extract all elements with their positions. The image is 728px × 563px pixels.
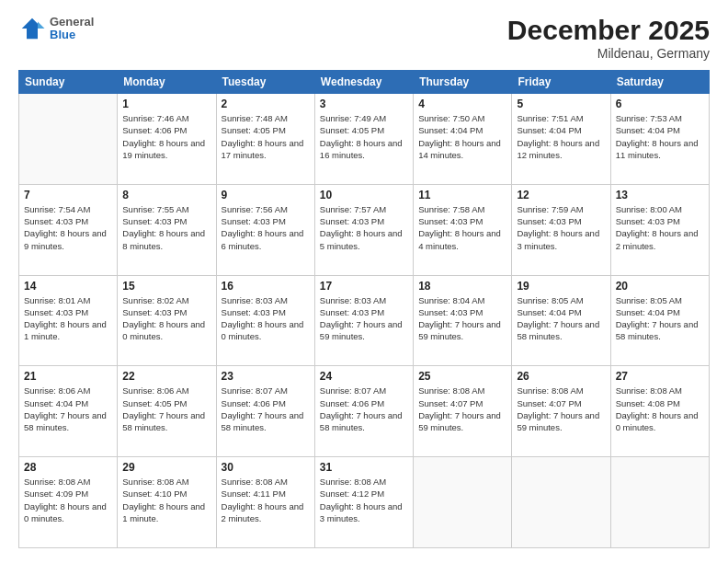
day-number: 28 (24, 461, 112, 474)
calendar-cell: 21Sunrise: 8:06 AM Sunset: 4:04 PM Dayli… (19, 366, 118, 457)
col-header-tuesday: Tuesday (216, 71, 314, 94)
day-info: Sunrise: 8:05 AM Sunset: 4:04 PM Dayligh… (517, 294, 605, 343)
day-info: Sunrise: 7:55 AM Sunset: 4:03 PM Dayligh… (122, 203, 210, 252)
day-number: 21 (24, 370, 112, 383)
calendar-cell: 6Sunrise: 7:53 AM Sunset: 4:04 PM Daylig… (610, 94, 709, 185)
col-header-sunday: Sunday (19, 71, 118, 94)
calendar-table: SundayMondayTuesdayWednesdayThursdayFrid… (18, 70, 710, 548)
day-number: 25 (418, 370, 506, 383)
col-header-friday: Friday (512, 71, 610, 94)
svg-marker-1 (38, 22, 45, 29)
calendar-cell: 17Sunrise: 8:03 AM Sunset: 4:03 PM Dayli… (314, 275, 413, 366)
day-number: 13 (616, 189, 704, 201)
day-info: Sunrise: 8:07 AM Sunset: 4:06 PM Dayligh… (222, 385, 310, 433)
calendar-cell: 31Sunrise: 8:08 AM Sunset: 4:12 PM Dayli… (314, 457, 413, 548)
calendar-cell: 24Sunrise: 8:07 AM Sunset: 4:06 PM Dayli… (314, 366, 413, 457)
logo-blue: Blue (50, 29, 94, 41)
month-title: December 2025 (507, 15, 710, 46)
day-info: Sunrise: 8:08 AM Sunset: 4:12 PM Dayligh… (320, 476, 408, 524)
calendar-cell: 4Sunrise: 7:50 AM Sunset: 4:04 PM Daylig… (414, 94, 512, 185)
day-info: Sunrise: 7:46 AM Sunset: 4:06 PM Dayligh… (122, 112, 210, 161)
page: General Blue December 2025 Mildenau, Ger… (0, 0, 728, 563)
day-number: 30 (222, 461, 310, 474)
calendar-cell: 23Sunrise: 8:07 AM Sunset: 4:06 PM Dayli… (216, 366, 314, 457)
calendar-cell: 7Sunrise: 7:54 AM Sunset: 4:03 PM Daylig… (19, 184, 118, 275)
day-number: 6 (616, 98, 704, 110)
calendar-cell: 25Sunrise: 8:08 AM Sunset: 4:07 PM Dayli… (414, 366, 512, 457)
day-info: Sunrise: 7:49 AM Sunset: 4:05 PM Dayligh… (320, 112, 408, 161)
week-row-2: 14Sunrise: 8:01 AM Sunset: 4:03 PM Dayli… (19, 275, 710, 366)
day-number: 16 (222, 280, 310, 293)
day-number: 14 (24, 280, 112, 293)
location: Mildenau, Germany (507, 46, 710, 61)
col-header-thursday: Thursday (414, 71, 512, 94)
calendar-cell: 8Sunrise: 7:55 AM Sunset: 4:03 PM Daylig… (118, 184, 216, 275)
day-number: 20 (616, 280, 704, 293)
day-number: 22 (122, 370, 210, 383)
day-number: 9 (222, 189, 310, 201)
day-number: 12 (517, 189, 605, 201)
calendar-cell: 12Sunrise: 7:59 AM Sunset: 4:03 PM Dayli… (512, 184, 610, 275)
week-row-1: 7Sunrise: 7:54 AM Sunset: 4:03 PM Daylig… (19, 184, 710, 275)
calendar-cell: 29Sunrise: 8:08 AM Sunset: 4:10 PM Dayli… (118, 457, 216, 548)
day-number: 27 (616, 370, 704, 383)
col-header-saturday: Saturday (610, 71, 709, 94)
day-number: 1 (122, 98, 210, 110)
day-info: Sunrise: 8:08 AM Sunset: 4:10 PM Dayligh… (122, 476, 210, 524)
calendar-cell: 22Sunrise: 8:06 AM Sunset: 4:05 PM Dayli… (118, 366, 216, 457)
day-info: Sunrise: 8:07 AM Sunset: 4:06 PM Dayligh… (320, 385, 408, 433)
logo: General Blue (18, 15, 94, 42)
calendar-cell: 5Sunrise: 7:51 AM Sunset: 4:04 PM Daylig… (512, 94, 610, 185)
day-info: Sunrise: 8:05 AM Sunset: 4:04 PM Dayligh… (616, 294, 704, 343)
calendar-cell: 1Sunrise: 7:46 AM Sunset: 4:06 PM Daylig… (118, 94, 216, 185)
calendar-cell: 26Sunrise: 8:08 AM Sunset: 4:07 PM Dayli… (512, 366, 610, 457)
day-number: 10 (320, 189, 408, 201)
logo-general: General (50, 16, 94, 29)
day-info: Sunrise: 7:50 AM Sunset: 4:04 PM Dayligh… (418, 112, 506, 161)
day-info: Sunrise: 8:04 AM Sunset: 4:03 PM Dayligh… (418, 294, 506, 343)
day-number: 2 (222, 98, 310, 110)
day-info: Sunrise: 7:53 AM Sunset: 4:04 PM Dayligh… (616, 112, 704, 161)
day-number: 8 (122, 189, 210, 201)
day-info: Sunrise: 8:03 AM Sunset: 4:03 PM Dayligh… (222, 294, 310, 343)
calendar-cell: 20Sunrise: 8:05 AM Sunset: 4:04 PM Dayli… (610, 275, 709, 366)
day-info: Sunrise: 7:54 AM Sunset: 4:03 PM Dayligh… (24, 203, 112, 252)
day-number: 19 (517, 280, 605, 293)
logo-icon (18, 15, 46, 42)
day-number: 5 (517, 98, 605, 110)
calendar-cell (414, 457, 512, 548)
calendar-cell: 27Sunrise: 8:08 AM Sunset: 4:08 PM Dayli… (610, 366, 709, 457)
day-info: Sunrise: 8:08 AM Sunset: 4:07 PM Dayligh… (517, 385, 605, 433)
day-number: 15 (122, 280, 210, 293)
calendar-cell: 3Sunrise: 7:49 AM Sunset: 4:05 PM Daylig… (314, 94, 413, 185)
day-info: Sunrise: 8:06 AM Sunset: 4:04 PM Dayligh… (24, 385, 112, 433)
day-number: 4 (418, 98, 506, 110)
day-info: Sunrise: 7:59 AM Sunset: 4:03 PM Dayligh… (517, 203, 605, 252)
day-info: Sunrise: 8:06 AM Sunset: 4:05 PM Dayligh… (122, 385, 210, 433)
calendar-cell: 16Sunrise: 8:03 AM Sunset: 4:03 PM Dayli… (216, 275, 314, 366)
calendar-cell (512, 457, 610, 548)
calendar-cell: 14Sunrise: 8:01 AM Sunset: 4:03 PM Dayli… (19, 275, 118, 366)
day-info: Sunrise: 8:08 AM Sunset: 4:08 PM Dayligh… (616, 385, 704, 433)
title-block: December 2025 Mildenau, Germany (507, 15, 710, 61)
calendar-cell: 28Sunrise: 8:08 AM Sunset: 4:09 PM Dayli… (19, 457, 118, 548)
calendar-cell: 10Sunrise: 7:57 AM Sunset: 4:03 PM Dayli… (314, 184, 413, 275)
day-info: Sunrise: 8:00 AM Sunset: 4:03 PM Dayligh… (616, 203, 704, 252)
day-info: Sunrise: 8:03 AM Sunset: 4:03 PM Dayligh… (320, 294, 408, 343)
day-number: 3 (320, 98, 408, 110)
week-row-4: 28Sunrise: 8:08 AM Sunset: 4:09 PM Dayli… (19, 457, 710, 548)
day-info: Sunrise: 7:51 AM Sunset: 4:04 PM Dayligh… (517, 112, 605, 161)
col-header-monday: Monday (118, 71, 216, 94)
day-info: Sunrise: 7:57 AM Sunset: 4:03 PM Dayligh… (320, 203, 408, 252)
calendar-cell: 30Sunrise: 8:08 AM Sunset: 4:11 PM Dayli… (216, 457, 314, 548)
day-number: 11 (418, 189, 506, 201)
calendar-cell: 9Sunrise: 7:56 AM Sunset: 4:03 PM Daylig… (216, 184, 314, 275)
day-info: Sunrise: 8:08 AM Sunset: 4:11 PM Dayligh… (222, 476, 310, 524)
week-row-3: 21Sunrise: 8:06 AM Sunset: 4:04 PM Dayli… (19, 366, 710, 457)
day-info: Sunrise: 8:08 AM Sunset: 4:07 PM Dayligh… (418, 385, 506, 433)
calendar-cell: 11Sunrise: 7:58 AM Sunset: 4:03 PM Dayli… (414, 184, 512, 275)
day-info: Sunrise: 7:48 AM Sunset: 4:05 PM Dayligh… (222, 112, 310, 161)
day-number: 26 (517, 370, 605, 383)
calendar-cell: 19Sunrise: 8:05 AM Sunset: 4:04 PM Dayli… (512, 275, 610, 366)
day-info: Sunrise: 8:01 AM Sunset: 4:03 PM Dayligh… (24, 294, 112, 343)
